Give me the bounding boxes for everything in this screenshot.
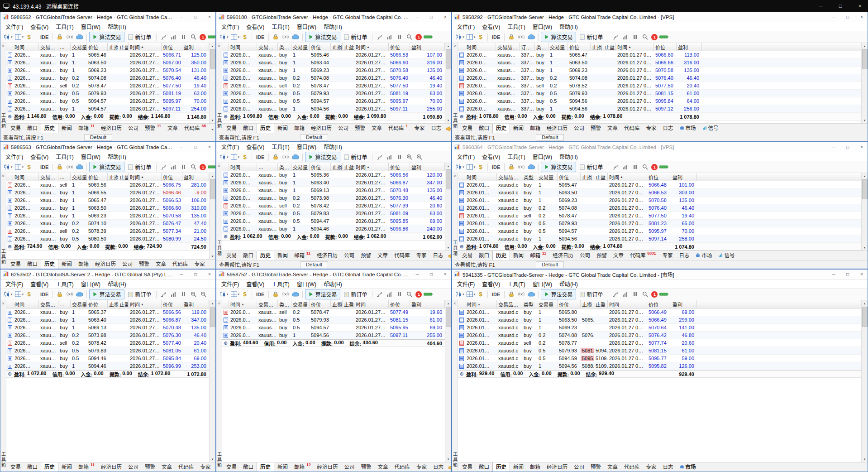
deal-row[interactable]: 2026.01…xauusd.cbuy15069.232026.01.27 0……: [458, 197, 861, 204]
dollar-icon[interactable]: $: [240, 153, 249, 162]
dollar-icon[interactable]: $: [240, 33, 249, 42]
tab-economic-calendar[interactable]: 经济日历: [314, 462, 341, 472]
market-depth-icon[interactable]: [169, 290, 178, 299]
menu-file[interactable]: 文件(F): [453, 22, 478, 31]
connection-battery-icon[interactable]: [424, 290, 433, 299]
column-header[interactable]: 类…: [278, 43, 291, 51]
column-icon-header[interactable]: [222, 43, 229, 51]
pause-icon[interactable]: [630, 33, 639, 42]
tab-alerts[interactable]: 预警: [593, 250, 610, 260]
column-header[interactable]: 价位: [389, 300, 410, 308]
zoom-in-icon[interactable]: [189, 290, 198, 299]
deal-row[interactable]: 2026…xauu…sell0.25078.472026.01.27…5077.…: [6, 82, 209, 90]
tick-chart-icon[interactable]: [375, 33, 384, 42]
chart-layout-icon[interactable]: [229, 33, 238, 42]
vertical-scrollbar[interactable]: ▴▾: [861, 173, 868, 250]
deal-row[interactable]: 2026.0…xauus…buy0.55094.572026.01.27…509…: [222, 324, 445, 332]
column-header[interactable]: 价位: [647, 300, 671, 308]
chart-type-icon[interactable]: [454, 163, 463, 172]
deal-row[interactable]: 2026…xauu…buy15069.232026.01.27…5070.541…: [6, 67, 209, 74]
tab-exposure[interactable]: 敞口: [240, 250, 257, 260]
tick-chart-icon[interactable]: [159, 290, 168, 299]
tab-news[interactable]: 新闻: [274, 462, 291, 472]
column-header[interactable]: 止盈: [343, 43, 354, 51]
deal-row[interactable]: 2026…xauu…buy0.55079.932026.01.27…5081.1…: [6, 90, 209, 97]
tab-experts[interactable]: 专家: [413, 462, 430, 472]
market-depth-icon[interactable]: [385, 33, 394, 42]
tab-economic-calendar[interactable]: 经济日历: [314, 250, 341, 260]
column-header[interactable]: 止盈: [118, 43, 129, 51]
column-header[interactable]: 止损: [331, 300, 343, 308]
vertical-scrollbar[interactable]: ▴▾: [445, 43, 451, 123]
menu-window[interactable]: 窗口(W): [293, 22, 320, 31]
ide-button[interactable]: IDE: [490, 164, 502, 170]
column-header[interactable]: 盈利: [182, 300, 209, 308]
tab-exposure[interactable]: 敞口: [476, 250, 492, 260]
deal-row[interactable]: 2026.01…xauusd.cbuy0.55079.932026.01.27 …: [458, 220, 861, 227]
column-header[interactable]: 时间▲: [129, 173, 162, 181]
tab-alerts[interactable]: 预警11: [142, 123, 164, 133]
chart-layout-icon[interactable]: [14, 163, 23, 172]
column-header[interactable]: 时间: [465, 173, 497, 181]
toolbox-close-button[interactable]: ×: [2, 301, 4, 306]
toolbox-vertical-tab[interactable]: 工具箱: [216, 113, 223, 129]
tab-exposure[interactable]: 敞口: [240, 123, 257, 133]
scroll-down-icon[interactable]: ▾: [445, 456, 452, 462]
tab-mailbox[interactable]: 邮箱11: [291, 250, 314, 260]
tab-experts[interactable]: 专家: [411, 123, 428, 133]
connection-battery-icon[interactable]: [659, 290, 668, 299]
column-icon-header[interactable]: [458, 43, 465, 51]
column-header[interactable]: 止损: [331, 43, 343, 51]
deal-row[interactable]: 2026.0…xauus…sell0.25078.422026.01.27…50…: [222, 202, 445, 210]
tab-code-base[interactable]: 代码库: [621, 123, 643, 133]
profile-selector[interactable]: Default: [300, 134, 328, 141]
deal-row[interactable]: 2026.0…xauus…buy15065.462026.01.27…5066.…: [222, 51, 445, 59]
profile-selector[interactable]: Default: [300, 261, 328, 268]
deal-row[interactable]: 2026.0…xauus…337…buy15069.232026.01.27 0…: [458, 67, 861, 74]
tab-trade[interactable]: 交易: [223, 462, 240, 472]
toolbox-close-button[interactable]: ×: [218, 301, 220, 306]
broadcast-icon[interactable]: [281, 33, 290, 42]
search-icon[interactable]: [189, 163, 198, 172]
tab-company[interactable]: 公司: [571, 123, 587, 133]
tab-trade[interactable]: 交易: [223, 123, 240, 133]
chart-type-icon[interactable]: [2, 163, 11, 172]
connection-battery-icon[interactable]: [208, 33, 215, 42]
deal-row[interactable]: 2026…xauu…buy15063.502026.01.27…5066.603…: [6, 204, 209, 212]
deal-row[interactable]: 2026.01…xauusd.cbuy15065.472026.01.27 0……: [458, 181, 861, 189]
menu-tools[interactable]: 工具(T): [52, 152, 77, 161]
profile-selector[interactable]: Default: [84, 134, 112, 141]
tab-code-base[interactable]: 代码库6831: [627, 250, 659, 260]
column-header[interactable]: 盈利: [671, 300, 697, 308]
toolbox-vertical-tab[interactable]: 工具箱: [452, 113, 458, 129]
column-header[interactable]: 止损: [591, 43, 603, 51]
tab-exposure[interactable]: 敞口: [240, 462, 257, 472]
deal-row[interactable]: 2026.0…xauus…buy0.55094.572026.01.27…509…: [222, 97, 445, 105]
deal-row[interactable]: 2026…xauu…buy0.25074.082026.01.27…5076.4…: [6, 74, 209, 82]
tab-exposure[interactable]: 敞口: [476, 462, 492, 472]
cloud-icon[interactable]: [75, 290, 84, 299]
menu-file[interactable]: 文件(F): [453, 279, 478, 288]
tab-market[interactable]: 市场: [677, 123, 699, 133]
tab-alerts[interactable]: 预警: [352, 123, 368, 133]
tab-mailbox[interactable]: 邮箱: [527, 462, 544, 472]
lock-icon[interactable]: [507, 33, 516, 42]
tab-market[interactable]: 市场: [677, 462, 699, 472]
column-header[interactable]: 时间: [13, 43, 39, 51]
deal-row[interactable]: 2026.01…xauusd.cbuy15063.502026.01.27 0……: [458, 189, 861, 197]
deal-row[interactable]: 2026.0…xauus…buy0.55079.832026.01.27…508…: [222, 210, 445, 217]
window-maximize-button[interactable]: □: [842, 13, 854, 22]
vertical-scrollbar[interactable]: ▴▾: [861, 300, 868, 462]
tab-economic-calendar[interactable]: 经济日历: [92, 259, 119, 269]
scroll-up-icon[interactable]: ▴: [445, 163, 452, 169]
column-header[interactable]: 交易量: [537, 300, 558, 308]
scrollbar-thumb[interactable]: [862, 49, 868, 69]
menu-help[interactable]: 帮助(H): [104, 22, 130, 31]
column-header[interactable]: 价位: [558, 173, 581, 181]
column-header[interactable]: 交易量: [71, 43, 87, 51]
lock-icon[interactable]: [55, 290, 64, 299]
tab-journal[interactable]: 日志: [430, 462, 447, 472]
notification-badge[interactable]: 1: [651, 164, 658, 170]
deal-row[interactable]: 2026.01…xauusd.cbuy15069.232026.01.27 0……: [458, 324, 861, 332]
tab-mailbox[interactable]: 邮箱11: [75, 462, 98, 472]
